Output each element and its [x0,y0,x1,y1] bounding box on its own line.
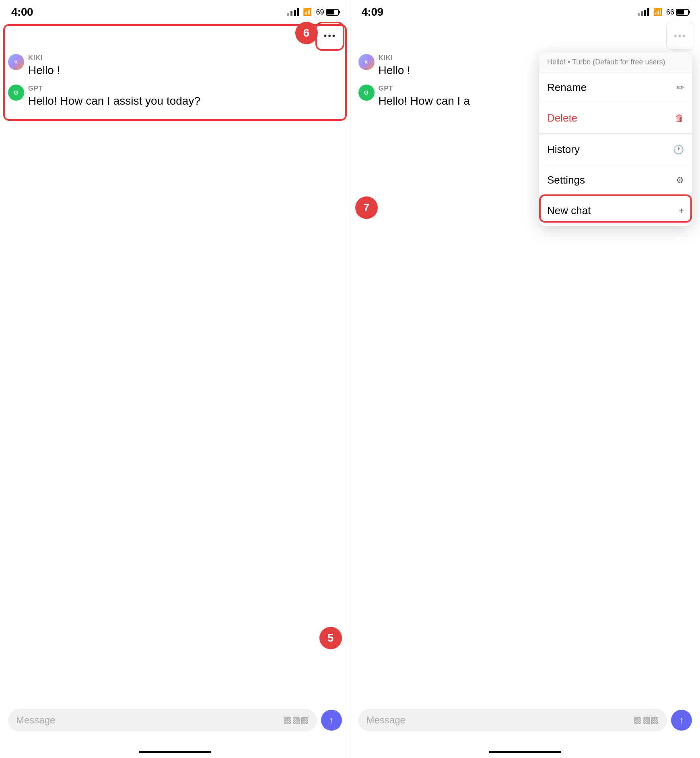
signal-bar-4 [297,8,299,16]
left-screen: 4:00 📶 69 ••• [0,0,350,758]
badge-7: 7 [355,196,378,219]
new-chat-label: New chat [547,204,591,217]
settings-label: Settings [547,174,585,186]
badge-6: 6 [295,22,318,44]
signal-bar-r2 [641,11,643,16]
status-time-left: 4:00 [11,6,33,19]
waveform-icon-left: ▩▩▩ [284,715,309,725]
signal-bars-right [638,8,649,16]
text-gpt-left: Hello! How can I assist you today? [28,93,200,109]
battery-percent-left: 69 [316,8,324,17]
message-gpt-left: G GPT Hello! How can I assist you today? [8,85,342,109]
signal-bars-left [287,8,299,16]
text-kiki-right: Hello ! [379,63,410,78]
input-bar-right: Message ▩▩▩ ↑ [350,704,700,746]
signal-bar-r3 [644,10,646,16]
chat-area-left: K KIKI Hello ! G GPT Hello! How can I as… [0,22,350,704]
text-gpt-right: Hello! How can I a [379,93,470,109]
dropdown-menu: Hello! • Turbo (Default for free users) … [539,52,692,226]
message-input-right[interactable]: Message ▩▩▩ [358,709,667,731]
message-input-left[interactable]: Message ▩▩▩ [8,709,317,731]
sender-gpt-right: GPT [379,85,470,93]
right-screen: 4:09 📶 66 ••• [350,0,700,758]
avatar-gpt-right: G [358,85,375,101]
signal-bar-3 [294,10,296,16]
message-content-kiki-left: KIKI Hello ! [28,54,60,78]
input-placeholder-left: Message [16,715,55,726]
menu-item-delete[interactable]: Delete 🗑 [539,103,692,134]
sender-kiki-left: KIKI [28,54,60,62]
menu-item-settings[interactable]: Settings ⚙ [539,165,692,196]
message-content-gpt-left: GPT Hello! How can I assist you today? [28,85,200,109]
status-icons-right: 📶 66 [638,8,689,17]
rename-label: Rename [547,81,587,94]
menu-item-rename[interactable]: Rename ✏ [539,72,692,103]
delete-label: Delete [547,112,577,124]
menu-item-new-chat[interactable]: New chat + [539,196,692,226]
text-kiki-left: Hello ! [28,63,60,78]
waveform-icon-right: ▩▩▩ [634,715,659,725]
message-content-kiki-right: KIKI Hello ! [379,54,410,78]
menu-item-history[interactable]: History 🕐 [539,134,692,165]
new-chat-plus-icon: + [679,206,684,216]
settings-icon: ⚙ [676,175,684,186]
send-arrow-left: ↑ [329,715,334,725]
battery-percent-right: 66 [666,8,674,17]
battery-icon-right [676,9,689,16]
battery-container-right: 66 [666,8,689,17]
send-button-left[interactable]: ↑ [321,710,342,731]
ellipsis-icon-right: ••• [674,31,687,41]
signal-bar-1 [287,13,289,16]
sender-kiki-right: KIKI [379,54,410,62]
signal-bar-r4 [647,8,649,16]
menu-button-right[interactable]: ••• [666,22,694,50]
menu-button-left[interactable]: ••• [316,22,344,50]
screens-container: 4:00 📶 69 ••• [0,0,700,758]
history-label: History [547,143,580,156]
history-icon: 🕐 [673,145,684,155]
delete-icon: 🗑 [675,113,684,124]
avatar-kiki-right: K [358,54,375,70]
input-bar-left: Message ▩▩▩ ↑ [0,704,350,746]
avatar-gpt-left: G [8,85,24,101]
home-bar-right [489,751,561,753]
send-button-right[interactable]: ↑ [671,710,692,731]
signal-bar-2 [290,11,292,16]
send-arrow-right: ↑ [679,715,684,725]
wifi-icon-left: 📶 [303,8,312,17]
ellipsis-icon: ••• [323,31,336,41]
home-bar-left [139,751,211,753]
signal-bar-r1 [638,13,640,16]
sender-gpt-left: GPT [28,85,200,93]
home-indicator-left [0,746,350,758]
avatar-kiki-left: K [8,54,24,70]
status-icons-left: 📶 69 [287,8,338,17]
status-bar-left: 4:00 📶 69 [0,0,350,22]
battery-fill-left [327,10,334,14]
wifi-icon-right: 📶 [653,8,662,17]
battery-fill-right [677,10,684,14]
status-bar-right: 4:09 📶 66 [350,0,700,22]
rename-icon: ✏ [677,83,684,93]
message-content-gpt-right: GPT Hello! How can I a [379,85,470,109]
dropdown-header: Hello! • Turbo (Default for free users) [539,52,692,72]
battery-container-left: 69 [316,8,338,17]
status-time-right: 4:09 [362,6,383,19]
home-indicator-right [350,746,700,758]
input-placeholder-right: Message [366,715,406,726]
badge-5: 5 [319,627,342,649]
battery-icon-left [326,9,339,16]
message-kiki-left: K KIKI Hello ! [8,54,342,78]
